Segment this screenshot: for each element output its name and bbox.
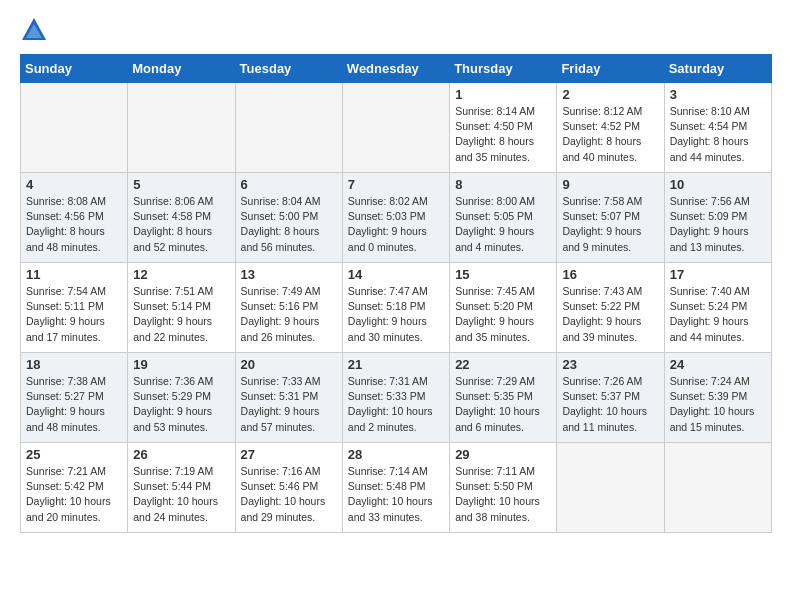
calendar-cell: 27Sunrise: 7:16 AM Sunset: 5:46 PM Dayli… <box>235 443 342 533</box>
calendar-cell: 8Sunrise: 8:00 AM Sunset: 5:05 PM Daylig… <box>450 173 557 263</box>
day-number: 25 <box>26 447 122 462</box>
week-row-4: 18Sunrise: 7:38 AM Sunset: 5:27 PM Dayli… <box>21 353 772 443</box>
calendar-cell: 4Sunrise: 8:08 AM Sunset: 4:56 PM Daylig… <box>21 173 128 263</box>
weekday-header-monday: Monday <box>128 55 235 83</box>
week-row-5: 25Sunrise: 7:21 AM Sunset: 5:42 PM Dayli… <box>21 443 772 533</box>
day-info: Sunrise: 8:08 AM Sunset: 4:56 PM Dayligh… <box>26 194 122 255</box>
calendar-cell: 26Sunrise: 7:19 AM Sunset: 5:44 PM Dayli… <box>128 443 235 533</box>
calendar-cell: 23Sunrise: 7:26 AM Sunset: 5:37 PM Dayli… <box>557 353 664 443</box>
day-info: Sunrise: 8:02 AM Sunset: 5:03 PM Dayligh… <box>348 194 444 255</box>
day-number: 17 <box>670 267 766 282</box>
day-number: 14 <box>348 267 444 282</box>
day-number: 15 <box>455 267 551 282</box>
calendar-cell: 10Sunrise: 7:56 AM Sunset: 5:09 PM Dayli… <box>664 173 771 263</box>
calendar-cell <box>557 443 664 533</box>
calendar-cell: 18Sunrise: 7:38 AM Sunset: 5:27 PM Dayli… <box>21 353 128 443</box>
day-number: 4 <box>26 177 122 192</box>
logo-icon <box>20 16 48 44</box>
weekday-header-wednesday: Wednesday <box>342 55 449 83</box>
calendar-cell: 20Sunrise: 7:33 AM Sunset: 5:31 PM Dayli… <box>235 353 342 443</box>
calendar-cell: 9Sunrise: 7:58 AM Sunset: 5:07 PM Daylig… <box>557 173 664 263</box>
day-number: 13 <box>241 267 337 282</box>
day-number: 12 <box>133 267 229 282</box>
calendar-cell: 6Sunrise: 8:04 AM Sunset: 5:00 PM Daylig… <box>235 173 342 263</box>
calendar-cell: 2Sunrise: 8:12 AM Sunset: 4:52 PM Daylig… <box>557 83 664 173</box>
day-number: 29 <box>455 447 551 462</box>
weekday-header-friday: Friday <box>557 55 664 83</box>
calendar-cell: 19Sunrise: 7:36 AM Sunset: 5:29 PM Dayli… <box>128 353 235 443</box>
weekday-header-saturday: Saturday <box>664 55 771 83</box>
day-number: 6 <box>241 177 337 192</box>
day-info: Sunrise: 7:43 AM Sunset: 5:22 PM Dayligh… <box>562 284 658 345</box>
calendar-cell: 5Sunrise: 8:06 AM Sunset: 4:58 PM Daylig… <box>128 173 235 263</box>
day-number: 2 <box>562 87 658 102</box>
day-number: 18 <box>26 357 122 372</box>
calendar-cell: 1Sunrise: 8:14 AM Sunset: 4:50 PM Daylig… <box>450 83 557 173</box>
day-number: 23 <box>562 357 658 372</box>
day-number: 11 <box>26 267 122 282</box>
calendar-cell: 17Sunrise: 7:40 AM Sunset: 5:24 PM Dayli… <box>664 263 771 353</box>
calendar-cell: 14Sunrise: 7:47 AM Sunset: 5:18 PM Dayli… <box>342 263 449 353</box>
day-info: Sunrise: 7:21 AM Sunset: 5:42 PM Dayligh… <box>26 464 122 525</box>
week-row-2: 4Sunrise: 8:08 AM Sunset: 4:56 PM Daylig… <box>21 173 772 263</box>
weekday-header-sunday: Sunday <box>21 55 128 83</box>
day-info: Sunrise: 8:06 AM Sunset: 4:58 PM Dayligh… <box>133 194 229 255</box>
day-info: Sunrise: 7:38 AM Sunset: 5:27 PM Dayligh… <box>26 374 122 435</box>
day-info: Sunrise: 7:16 AM Sunset: 5:46 PM Dayligh… <box>241 464 337 525</box>
day-number: 9 <box>562 177 658 192</box>
calendar-table: SundayMondayTuesdayWednesdayThursdayFrid… <box>20 54 772 533</box>
calendar-cell: 3Sunrise: 8:10 AM Sunset: 4:54 PM Daylig… <box>664 83 771 173</box>
day-info: Sunrise: 7:31 AM Sunset: 5:33 PM Dayligh… <box>348 374 444 435</box>
day-number: 21 <box>348 357 444 372</box>
day-info: Sunrise: 7:40 AM Sunset: 5:24 PM Dayligh… <box>670 284 766 345</box>
day-info: Sunrise: 7:14 AM Sunset: 5:48 PM Dayligh… <box>348 464 444 525</box>
day-number: 26 <box>133 447 229 462</box>
day-number: 3 <box>670 87 766 102</box>
day-info: Sunrise: 7:29 AM Sunset: 5:35 PM Dayligh… <box>455 374 551 435</box>
day-info: Sunrise: 8:04 AM Sunset: 5:00 PM Dayligh… <box>241 194 337 255</box>
calendar-cell: 25Sunrise: 7:21 AM Sunset: 5:42 PM Dayli… <box>21 443 128 533</box>
day-number: 7 <box>348 177 444 192</box>
calendar-cell: 7Sunrise: 8:02 AM Sunset: 5:03 PM Daylig… <box>342 173 449 263</box>
day-info: Sunrise: 7:36 AM Sunset: 5:29 PM Dayligh… <box>133 374 229 435</box>
day-number: 10 <box>670 177 766 192</box>
day-info: Sunrise: 7:58 AM Sunset: 5:07 PM Dayligh… <box>562 194 658 255</box>
day-info: Sunrise: 7:24 AM Sunset: 5:39 PM Dayligh… <box>670 374 766 435</box>
calendar-cell: 13Sunrise: 7:49 AM Sunset: 5:16 PM Dayli… <box>235 263 342 353</box>
day-info: Sunrise: 7:51 AM Sunset: 5:14 PM Dayligh… <box>133 284 229 345</box>
calendar-cell: 15Sunrise: 7:45 AM Sunset: 5:20 PM Dayli… <box>450 263 557 353</box>
day-number: 22 <box>455 357 551 372</box>
calendar-cell: 21Sunrise: 7:31 AM Sunset: 5:33 PM Dayli… <box>342 353 449 443</box>
calendar-cell <box>128 83 235 173</box>
day-number: 24 <box>670 357 766 372</box>
logo <box>20 16 52 44</box>
calendar-cell: 11Sunrise: 7:54 AM Sunset: 5:11 PM Dayli… <box>21 263 128 353</box>
weekday-header-row: SundayMondayTuesdayWednesdayThursdayFrid… <box>21 55 772 83</box>
day-info: Sunrise: 8:14 AM Sunset: 4:50 PM Dayligh… <box>455 104 551 165</box>
calendar-cell <box>235 83 342 173</box>
weekday-header-thursday: Thursday <box>450 55 557 83</box>
header <box>20 16 772 44</box>
day-number: 27 <box>241 447 337 462</box>
day-number: 8 <box>455 177 551 192</box>
day-info: Sunrise: 7:33 AM Sunset: 5:31 PM Dayligh… <box>241 374 337 435</box>
day-number: 20 <box>241 357 337 372</box>
day-info: Sunrise: 8:00 AM Sunset: 5:05 PM Dayligh… <box>455 194 551 255</box>
day-number: 19 <box>133 357 229 372</box>
calendar-cell: 24Sunrise: 7:24 AM Sunset: 5:39 PM Dayli… <box>664 353 771 443</box>
calendar-cell: 22Sunrise: 7:29 AM Sunset: 5:35 PM Dayli… <box>450 353 557 443</box>
day-info: Sunrise: 7:11 AM Sunset: 5:50 PM Dayligh… <box>455 464 551 525</box>
day-number: 16 <box>562 267 658 282</box>
day-info: Sunrise: 8:10 AM Sunset: 4:54 PM Dayligh… <box>670 104 766 165</box>
calendar-cell <box>21 83 128 173</box>
weekday-header-tuesday: Tuesday <box>235 55 342 83</box>
calendar-cell <box>342 83 449 173</box>
calendar-cell <box>664 443 771 533</box>
day-number: 5 <box>133 177 229 192</box>
day-info: Sunrise: 7:26 AM Sunset: 5:37 PM Dayligh… <box>562 374 658 435</box>
day-info: Sunrise: 7:54 AM Sunset: 5:11 PM Dayligh… <box>26 284 122 345</box>
day-info: Sunrise: 7:19 AM Sunset: 5:44 PM Dayligh… <box>133 464 229 525</box>
calendar-cell: 28Sunrise: 7:14 AM Sunset: 5:48 PM Dayli… <box>342 443 449 533</box>
calendar-cell: 12Sunrise: 7:51 AM Sunset: 5:14 PM Dayli… <box>128 263 235 353</box>
week-row-1: 1Sunrise: 8:14 AM Sunset: 4:50 PM Daylig… <box>21 83 772 173</box>
